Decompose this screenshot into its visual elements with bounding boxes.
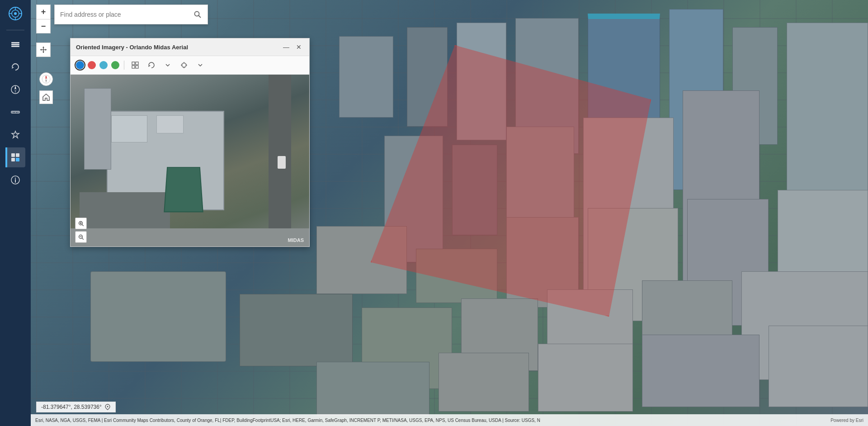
toolbar-dropdown-button[interactable] [161,59,174,71]
search-bar [54,5,208,24]
imagery-panel-controls: — ✕ [281,42,304,52]
sidebar-divider-1 [6,30,24,30]
building-20 [90,271,226,362]
sidebar [0,0,31,426]
svg-rect-31 [136,66,138,68]
imagery-panel-title: Oriented Imagery - Orlando Midas Aerial [76,44,188,51]
toolbar-grid-button[interactable] [129,59,142,71]
attribution-text: Esri, NASA, NGA, USGS, FEMA | Esri Commu… [35,418,540,423]
sidebar-item-measure[interactable] [5,102,25,122]
close-button[interactable]: ✕ [294,42,304,52]
zoom-in-button[interactable]: + [36,5,51,19]
svg-line-27 [199,16,201,18]
imagery-watermark: MIDAS [288,237,304,243]
svg-rect-29 [136,62,138,65]
building-21 [240,294,353,366]
panel-zoom-in-button[interactable] [75,218,87,229]
toolbar-target-button[interactable] [178,59,190,71]
building-1 [339,36,393,118]
pan-button[interactable] [36,43,51,57]
imagery-panel-header: Oriented Imagery - Orlando Midas Aerial … [71,38,309,56]
imagery-toolbar [71,56,309,75]
svg-rect-17 [11,153,15,157]
svg-rect-20 [16,158,19,161]
building-30 [642,335,760,407]
panel-zoom-controls [75,218,87,243]
sidebar-item-maptools[interactable] [5,147,25,167]
svg-point-23 [15,178,16,179]
powered-by-text: Powered by Esri [830,418,863,423]
home-button[interactable] [39,90,53,104]
map-tools-panel [36,41,51,57]
building-28 [439,353,529,412]
building-31 [769,326,868,407]
svg-line-43 [82,238,84,240]
coordinates-bar: -81.379647°, 28.539736° [36,402,116,412]
imagery-content[interactable]: MIDAS [71,75,309,246]
active-indicator [5,147,7,167]
toolbar-dot-cyan[interactable] [99,61,108,69]
building-8 [787,23,868,194]
svg-rect-19 [11,158,15,161]
search-input[interactable] [55,11,188,18]
sidebar-item-basemap[interactable] [5,80,25,99]
compass[interactable]: N [39,72,53,86]
toolbar-dot-blue[interactable] [76,61,84,69]
zoom-out-button[interactable]: − [36,19,51,33]
toolbar-separator-1 [124,61,124,70]
building-27 [316,362,429,416]
svg-point-2 [14,12,17,15]
imagery-aerial-bg [71,75,309,246]
toolbar-dot-red[interactable] [88,61,96,69]
toolbar-refresh-button[interactable] [145,59,158,71]
svg-rect-30 [132,66,135,68]
attribution-bar: Esri, NASA, NGA, USGS, FEMA | Esri Commu… [31,414,868,426]
imagery-panel: Oriented Imagery - Orlando Midas Aerial … [70,38,310,247]
sidebar-item-bookmarks[interactable] [5,125,25,145]
building-29 [538,344,633,412]
coordinates-text: -81.379647°, 28.539736° [41,404,102,410]
app-logo[interactable] [5,4,25,24]
minimize-button[interactable]: — [281,42,291,52]
svg-point-44 [107,406,108,407]
zoom-controls: + − [36,5,51,33]
sidebar-item-layers[interactable] [5,34,25,54]
toolbar-dot-green[interactable] [111,61,119,69]
svg-line-40 [82,225,84,226]
svg-rect-18 [16,153,19,157]
panel-zoom-out-button[interactable] [75,231,87,243]
search-button[interactable] [188,5,208,24]
svg-text:N: N [46,76,47,78]
svg-rect-8 [11,44,19,45]
toolbar-more-button[interactable] [194,59,207,71]
svg-rect-9 [11,46,19,47]
location-pin-icon [104,404,111,410]
sidebar-item-rotate[interactable] [5,57,25,77]
svg-rect-28 [132,62,135,65]
sidebar-item-info[interactable] [5,170,25,190]
svg-rect-7 [11,42,19,43]
